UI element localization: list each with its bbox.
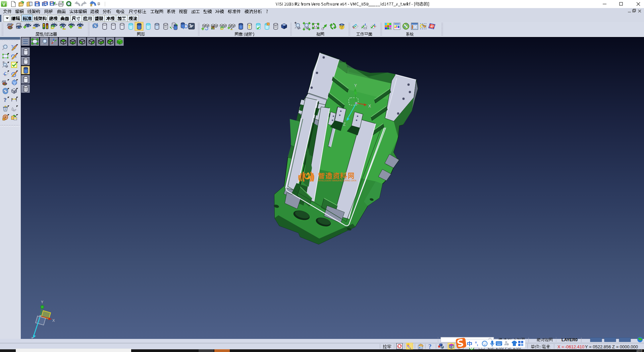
svg-text:Y: Y	[354, 83, 357, 88]
svg-text:Y: Y	[41, 300, 44, 304]
svg-text:?: ?	[428, 343, 432, 350]
svg-text:10:0: 10:0	[636, 349, 642, 352]
svg-text:LAYER0: LAYER0	[561, 338, 578, 342]
svg-text:V: V	[2, 2, 5, 7]
svg-text:X: X	[368, 104, 371, 108]
svg-text:INTELLIGENT MANUFACTURING DATA: INTELLIGENT MANUFACTURING DATA	[318, 179, 357, 182]
svg-text:Y = 0522.856 Z = 0000.000: Y = 0522.856 Z = 0000.000	[585, 344, 638, 349]
svg-text:X: X	[52, 318, 55, 322]
svg-text:?: ?	[4, 97, 7, 103]
svg-text:Z: Z	[31, 337, 33, 341]
svg-text:X =: X =	[557, 344, 564, 349]
svg-text:1:1: 1:1	[314, 25, 318, 28]
svg-text:°,: °,	[475, 341, 478, 346]
svg-text:Z: Z	[343, 122, 345, 127]
svg-text:-0612.410: -0612.410	[565, 344, 585, 349]
